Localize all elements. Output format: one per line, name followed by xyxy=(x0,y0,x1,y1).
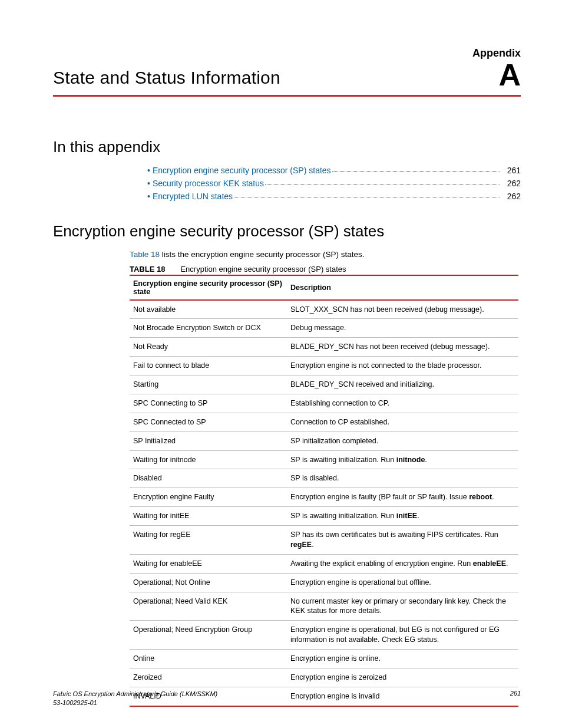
cell-desc: Encryption engine is zeroized xyxy=(287,668,518,687)
cell-state: Zeroized xyxy=(130,668,287,687)
toc-item: • Encrypted LUN states 262 xyxy=(147,192,521,201)
toc-item: • Security processor KEK status 262 xyxy=(147,179,521,188)
toc-page: 262 xyxy=(502,179,521,188)
cell-state: Waiting for regEE xyxy=(130,526,287,555)
cell-desc: SP initialization completed. xyxy=(287,431,518,450)
command-name: enableEE xyxy=(473,559,506,568)
table-row: SPC Connected to SPConnection to CP esta… xyxy=(130,413,518,431)
table-row: Operational; Need Encryption GroupEncryp… xyxy=(130,621,518,650)
toc-list: • Encryption engine security processor (… xyxy=(147,166,521,201)
col-header-state: Encryption engine security processor (SP… xyxy=(130,275,287,300)
cell-desc: Encryption engine is not connected to th… xyxy=(287,357,518,375)
toc-item: • Encryption engine security processor (… xyxy=(147,166,521,175)
toc-leader xyxy=(265,184,500,185)
table-row: Not Brocade Encryption Switch or DCXDebu… xyxy=(130,319,518,338)
cell-desc: Encryption engine is operational but off… xyxy=(287,573,518,592)
cell-desc: BLADE_RDY_SCN has not been received (deb… xyxy=(287,338,518,357)
page: Appendix State and Status Information A … xyxy=(0,0,562,728)
cell-state: Online xyxy=(130,650,287,668)
bullet-icon: • xyxy=(147,179,150,188)
cell-desc: No current master key or primary or seco… xyxy=(287,592,518,621)
table-row: Not availableSLOT_XXX_SCN has not been r… xyxy=(130,300,518,319)
cell-state: Not available xyxy=(130,300,287,319)
page-footer: Fabric OS Encryption Administrator's Gui… xyxy=(53,690,521,707)
col-header-desc: Description xyxy=(287,275,518,300)
toc-link[interactable]: Encryption engine security processor (SP… xyxy=(153,166,331,175)
sp-states-table: Encryption engine security processor (SP… xyxy=(130,275,518,707)
table-caption-text: Encryption engine security processor (SP… xyxy=(180,265,346,274)
footer-title: Fabric OS Encryption Administrator's Gui… xyxy=(53,690,217,697)
table-row: OnlineEncryption engine is online. xyxy=(130,650,518,668)
cell-desc: SP is disabled. xyxy=(287,469,518,488)
table-row: Fail to connect to bladeEncryption engin… xyxy=(130,357,518,375)
cell-desc: Awaiting the explicit enabling of encryp… xyxy=(287,554,518,573)
toc-page: 262 xyxy=(502,192,521,201)
toc-page: 261 xyxy=(502,166,521,175)
table-row: Not ReadyBLADE_RDY_SCN has not been rece… xyxy=(130,338,518,357)
cell-state: Not Brocade Encryption Switch or DCX xyxy=(130,319,287,338)
command-name: reboot xyxy=(469,493,492,501)
table-caption: TABLE 18 Encryption engine security proc… xyxy=(130,265,521,274)
cell-desc: BLADE_RDY_SCN received and initializing. xyxy=(287,375,518,394)
table-row: Waiting for regEESP has its own certific… xyxy=(130,526,518,555)
bullet-icon: • xyxy=(147,192,150,201)
cell-state: Waiting for initnode xyxy=(130,450,287,469)
cell-desc: Encryption engine is faulty (BP fault or… xyxy=(287,488,518,507)
cell-desc: SP is awaiting initialization. Run initE… xyxy=(287,507,518,526)
cell-state: Operational; Not Online xyxy=(130,573,287,592)
table-row: Encryption engine FaultyEncryption engin… xyxy=(130,488,518,507)
cell-desc: Connection to CP established. xyxy=(287,413,518,431)
title-row: State and Status Information A xyxy=(53,63,521,97)
section-heading-sp-states: Encryption engine security processor (SP… xyxy=(53,222,521,241)
toc-leader xyxy=(332,171,500,172)
chapter-title: State and Status Information xyxy=(53,68,280,88)
table-number: TABLE 18 xyxy=(130,265,165,274)
table-row: Operational; Need Valid KEKNo current ma… xyxy=(130,592,518,621)
table-row: SP InitializedSP initialization complete… xyxy=(130,431,518,450)
table-row: Waiting for initEESP is awaiting initial… xyxy=(130,507,518,526)
intro-paragraph: Table 18 lists the encryption engine sec… xyxy=(130,250,521,259)
cell-state: Disabled xyxy=(130,469,287,488)
command-name: initEE xyxy=(396,512,417,520)
table-row: SPC Connecting to SPEstablishing connect… xyxy=(130,394,518,413)
cell-desc: Establishing connection to CP. xyxy=(287,394,518,413)
cell-state: Encryption engine Faulty xyxy=(130,488,287,507)
appendix-letter: A xyxy=(498,63,521,88)
footer-left: Fabric OS Encryption Administrator's Gui… xyxy=(53,690,217,707)
cell-desc: Debug message. xyxy=(287,319,518,338)
cell-desc: SLOT_XXX_SCN has not been received (debu… xyxy=(287,300,518,319)
toc-link[interactable]: Security processor KEK status xyxy=(153,179,264,188)
header: Appendix xyxy=(53,47,521,60)
footer-page-number: 261 xyxy=(510,690,521,707)
cell-state: SPC Connecting to SP xyxy=(130,394,287,413)
command-name: initnode xyxy=(396,456,425,464)
intro-text: lists the encryption engine security pro… xyxy=(160,250,364,259)
cell-state: Not Ready xyxy=(130,338,287,357)
cell-state: Operational; Need Valid KEK xyxy=(130,592,287,621)
cell-desc: Encryption engine is operational, but EG… xyxy=(287,621,518,650)
command-name: regEE xyxy=(290,541,312,549)
cell-state: Waiting for enableEE xyxy=(130,554,287,573)
table-row: Waiting for enableEEAwaiting the explici… xyxy=(130,554,518,573)
cell-desc: SP is awaiting initialization. Run initn… xyxy=(287,450,518,469)
table-row: DisabledSP is disabled. xyxy=(130,469,518,488)
table-ref-link[interactable]: Table 18 xyxy=(130,250,160,259)
toc-link[interactable]: Encrypted LUN states xyxy=(153,192,233,201)
toc-leader xyxy=(234,197,500,197)
table-row: Operational; Not OnlineEncryption engine… xyxy=(130,573,518,592)
cell-state: Fail to connect to blade xyxy=(130,357,287,375)
bullet-icon: • xyxy=(147,166,150,175)
footer-docnum: 53-1002925-01 xyxy=(53,699,97,706)
cell-desc: SP has its own certificates but is await… xyxy=(287,526,518,555)
table-row: Waiting for initnodeSP is awaiting initi… xyxy=(130,450,518,469)
cell-state: SP Initialized xyxy=(130,431,287,450)
cell-state: Waiting for initEE xyxy=(130,507,287,526)
cell-state: Operational; Need Encryption Group xyxy=(130,621,287,650)
cell-state: Starting xyxy=(130,375,287,394)
table-header-row: Encryption engine security processor (SP… xyxy=(130,275,518,300)
cell-desc: Encryption engine is online. xyxy=(287,650,518,668)
in-this-appendix-heading: In this appendix xyxy=(53,138,521,156)
cell-state: SPC Connected to SP xyxy=(130,413,287,431)
table-row: ZeroizedEncryption engine is zeroized xyxy=(130,668,518,687)
table-row: StartingBLADE_RDY_SCN received and initi… xyxy=(130,375,518,394)
